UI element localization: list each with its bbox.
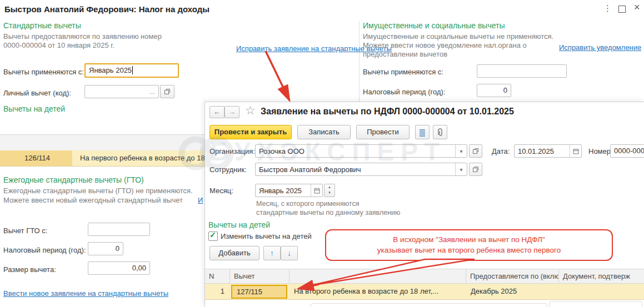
- pane-divider: [359, 21, 360, 102]
- row-cell-n[interactable]: 1: [205, 284, 230, 300]
- month-value: Январь 2025: [256, 187, 311, 195]
- spinner-up-icon[interactable]: ▴: [328, 185, 331, 189]
- org-value: Розочка ООО: [256, 147, 455, 155]
- property-applied-from-label: Вычеты применяются с:: [363, 68, 443, 76]
- number-input[interactable]: 0000-000004: [610, 144, 644, 158]
- gto-from-label: Вычет ГТО с:: [3, 227, 47, 235]
- gto-note1: Ежегодные стандартные вычеты (ГТО) не пр…: [3, 187, 193, 195]
- dialog-children-header: Вычеты на детей: [208, 220, 270, 229]
- property-note3: предоставлении вычетов: [363, 50, 447, 58]
- gto-from-input[interactable]: [88, 223, 150, 236]
- org-label: Организация:: [209, 147, 255, 155]
- lookup-ellipsis-icon[interactable]: ...: [149, 85, 155, 98]
- open-record-icon: [472, 148, 479, 154]
- date-input[interactable]: 10.01.2025: [514, 144, 582, 158]
- applied-from-label: Вычеты применяются с:: [3, 68, 84, 76]
- employee-open-button[interactable]: [469, 163, 482, 176]
- child-row-code-cell[interactable]: 126/114: [0, 150, 72, 167]
- org-combo[interactable]: Розочка ООО ▾: [255, 144, 467, 158]
- applied-from-input[interactable]: Январь 2025: [84, 63, 179, 78]
- dropdown-icon[interactable]: ▾: [455, 163, 467, 175]
- document-register-button[interactable]: [415, 125, 430, 139]
- clipped-footer-element: [311, 303, 547, 307]
- app-window: { "window": { "title": "Быстров Анатолий…: [0, 0, 644, 307]
- arrow-to-dialog-title: [266, 51, 289, 100]
- month-input[interactable]: Январь 2025: [255, 184, 323, 197]
- month-hint2: стандартные вычеты по данному заявлению: [256, 209, 400, 217]
- child-row-description-cell[interactable]: На первого ребенка в возрасте до 18: [72, 150, 204, 167]
- children-deductions-header: Вычеты на детей: [3, 104, 65, 113]
- property-applied-from-input[interactable]: [477, 64, 567, 78]
- open-record-button[interactable]: [160, 85, 174, 98]
- property-deductions-header: Имущественные и социальные вычеты: [363, 21, 505, 30]
- tax-period-label-left: Налоговый период (год):: [3, 246, 86, 254]
- property-note2: Можете ввести новое уведомление нал.орга…: [363, 41, 527, 49]
- calendar-icon[interactable]: [311, 184, 322, 197]
- personal-deduction-input[interactable]: ...: [84, 85, 159, 98]
- personal-deduction-label: Личный вычет (код):: [3, 89, 71, 97]
- employee-label: Сотрудник:: [209, 165, 247, 174]
- employee-value: Быстров Анатолий Федорович: [256, 165, 455, 174]
- property-tax-period-label: Налоговый период (год):: [363, 88, 446, 96]
- more-menu-icon[interactable]: ⋮: [603, 3, 612, 13]
- date-value: 10.01.2025: [515, 147, 570, 155]
- row-cell-document[interactable]: [559, 284, 644, 300]
- applied-from-value: Январь 2025: [89, 66, 132, 74]
- deduction-size-input[interactable]: 0,00: [88, 261, 150, 275]
- children-table-header: [0, 134, 204, 151]
- annotation-bubble: В исходном "Заявлении на вычет по НДФЛ" …: [325, 229, 613, 261]
- date-label: Дата:: [492, 147, 510, 155]
- month-spinner[interactable]: ▴▾: [324, 184, 335, 197]
- property-note1: Имущественные и социальные вычеты не при…: [363, 32, 553, 41]
- nav-back-button[interactable]: ←: [209, 106, 224, 118]
- col-header-n[interactable]: N: [205, 269, 230, 284]
- col-header-code[interactable]: Вычет: [230, 269, 289, 284]
- check-icon: ✓: [209, 230, 216, 239]
- change-children-checkbox[interactable]: ✓: [208, 231, 218, 241]
- org-open-button[interactable]: [469, 144, 482, 158]
- move-up-button[interactable]: ↑: [263, 246, 281, 260]
- clipped-footer-element: [550, 301, 642, 307]
- fix-notification-link[interactable]: Исправить уведомление: [559, 43, 641, 52]
- col-header-until[interactable]: Предоставляется по (включительно): [466, 269, 559, 284]
- close-icon[interactable]: ×: [634, 2, 640, 13]
- number-label: Номер:: [588, 147, 613, 155]
- deduction-size-label: Размер вычета:: [3, 265, 56, 274]
- property-tax-period-input[interactable]: 0: [477, 84, 511, 97]
- new-standard-application-link[interactable]: Ввести новое заявление на стандартные вы…: [3, 289, 168, 298]
- save-button[interactable]: Записать: [297, 125, 351, 139]
- change-children-label: Изменить вычеты на детей: [221, 232, 312, 240]
- row-cell-code[interactable]: 127/115: [231, 285, 287, 299]
- favorite-star-icon[interactable]: ☆: [245, 104, 256, 117]
- open-record-icon: [472, 166, 479, 173]
- employee-combo[interactable]: Быстров Анатолий Федорович ▾: [255, 163, 467, 176]
- register-icon: [419, 129, 426, 137]
- standard-deductions-header: Стандартные вычеты: [3, 21, 81, 30]
- row-cell-description[interactable]: На второго ребенка в возрасте до 18 лет,…: [289, 284, 466, 300]
- nav-forward-button[interactable]: →: [224, 106, 239, 118]
- standard-note-line1: Вычеты предоставляются по заявлению номе…: [3, 32, 162, 41]
- calendar-icon[interactable]: [570, 145, 581, 157]
- post-button[interactable]: Провести: [356, 125, 410, 139]
- annotation-line2: указывает вычет на второго ребенка вмест…: [377, 245, 561, 256]
- col-header-description[interactable]: [289, 269, 466, 284]
- col-header-document[interactable]: Документ, подтверж: [559, 269, 644, 284]
- month-label: Месяц:: [209, 187, 233, 195]
- move-down-button[interactable]: ↓: [281, 246, 298, 260]
- attachments-button[interactable]: [433, 125, 447, 139]
- open-record-icon: [164, 88, 171, 95]
- tax-period-input-left[interactable]: 0: [88, 242, 123, 255]
- text-caret: [132, 66, 133, 74]
- application-dialog: ← → ☆ Заявление на вычеты по НДФЛ 0000-0…: [204, 102, 644, 307]
- row-cell-until[interactable]: Декабрь 2025: [466, 284, 559, 300]
- gto-link-clipped[interactable]: И: [198, 196, 203, 204]
- dialog-title: Заявление на вычеты по НДФЛ 0000-000004 …: [261, 107, 514, 117]
- post-and-close-button[interactable]: Провести и закрыть: [209, 125, 292, 139]
- dropdown-icon[interactable]: ▾: [455, 145, 467, 157]
- page-title: Быстров Анатолий Федорович: Налог на дох…: [4, 4, 209, 14]
- maximize-icon[interactable]: [618, 6, 626, 13]
- spinner-down-icon[interactable]: ▾: [328, 190, 331, 194]
- annotation-line1: В исходном "Заявлении на вычет по НДФЛ": [393, 235, 545, 245]
- paperclip-icon: [436, 128, 444, 137]
- add-row-button[interactable]: Добавить: [209, 246, 259, 260]
